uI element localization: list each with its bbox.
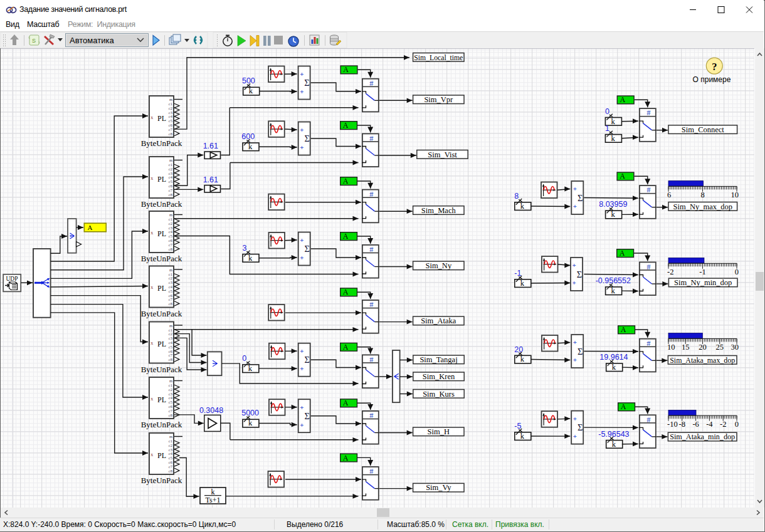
svg-text:-6: -6 <box>692 420 699 429</box>
svg-text:-2: -2 <box>667 268 673 276</box>
svg-text:20: 20 <box>699 343 707 352</box>
svg-text:Sim_Ataka: Sim_Ataka <box>421 316 456 325</box>
svg-text:Sim_Tangaj: Sim_Tangaj <box>419 355 457 364</box>
svg-text:10: 10 <box>731 190 739 199</box>
svg-text:1.61: 1.61 <box>203 175 218 184</box>
svg-text:ByteUnPack: ByteUnPack <box>141 420 182 429</box>
svg-text:-8: -8 <box>679 420 685 429</box>
svg-text:Sim_Kurs: Sim_Kurs <box>423 390 455 399</box>
svg-text:Sim_Ny_max_dop: Sim_Ny_max_dop <box>673 202 732 211</box>
svg-text:0.3048: 0.3048 <box>199 406 223 415</box>
svg-text:1: 1 <box>605 124 609 133</box>
svg-text:ByteUnPack: ByteUnPack <box>141 199 182 209</box>
svg-text:25: 25 <box>716 343 724 352</box>
svg-text:3: 3 <box>243 244 247 253</box>
svg-text:О примере: О примере <box>693 75 731 84</box>
svg-text:?: ? <box>712 61 717 73</box>
svg-text:Sim_Kren: Sim_Kren <box>423 372 455 381</box>
svg-text:Sim_Ny_min_dop: Sim_Ny_min_dop <box>674 278 732 287</box>
svg-text:1.61: 1.61 <box>203 142 218 150</box>
svg-text:-10: -10 <box>667 420 678 429</box>
svg-text:8.03959: 8.03959 <box>599 200 627 209</box>
svg-text:8: 8 <box>514 192 519 201</box>
svg-text:Sim_Vpr: Sim_Vpr <box>424 95 453 104</box>
svg-text:-5.96543: -5.96543 <box>598 430 629 439</box>
svg-text:Sim_Ataka_max_dop: Sim_Ataka_max_dop <box>670 356 735 365</box>
svg-text:8: 8 <box>700 190 704 199</box>
svg-text:-4: -4 <box>706 420 713 429</box>
svg-text:Sim_Vist: Sim_Vist <box>428 150 457 159</box>
svg-text:30: 30 <box>731 343 739 352</box>
svg-text:600: 600 <box>241 132 255 141</box>
svg-text:0: 0 <box>735 268 739 276</box>
svg-text:UDP: UDP <box>6 276 18 282</box>
svg-text:Ts+1: Ts+1 <box>206 496 221 504</box>
svg-text:6: 6 <box>667 190 671 199</box>
svg-text:Sim_Connect: Sim_Connect <box>682 125 725 134</box>
svg-text:Sim_Ataka_min_dop: Sim_Ataka_min_dop <box>670 432 735 441</box>
svg-text:0: 0 <box>242 354 246 363</box>
svg-text:ByteUnPack: ByteUnPack <box>141 254 182 263</box>
svg-text:A: A <box>88 224 93 231</box>
svg-text:-1: -1 <box>699 268 705 276</box>
svg-text:-0.956552: -0.956552 <box>596 276 631 285</box>
svg-text:5000: 5000 <box>241 409 259 417</box>
svg-text:ByteUnPack: ByteUnPack <box>141 309 182 318</box>
svg-text:-1: -1 <box>514 269 521 278</box>
svg-text:ByteUnPack: ByteUnPack <box>141 476 182 485</box>
svg-text:19.9614: 19.9614 <box>599 353 628 362</box>
svg-text:ByteUnPack: ByteUnPack <box>141 138 182 148</box>
svg-text:500: 500 <box>242 76 255 85</box>
svg-text:Sim_Mach: Sim_Mach <box>421 206 456 215</box>
svg-text:0: 0 <box>605 107 609 116</box>
svg-text:20: 20 <box>514 345 523 354</box>
svg-text:10: 10 <box>667 343 675 352</box>
svg-text:0: 0 <box>735 420 739 429</box>
svg-text:ByteUnPack: ByteUnPack <box>141 365 182 374</box>
svg-text:15: 15 <box>682 343 690 352</box>
svg-text:Sim_H: Sim_H <box>428 427 450 436</box>
svg-text:Sim_Vy: Sim_Vy <box>426 483 451 492</box>
svg-text:-5: -5 <box>514 422 521 430</box>
svg-text:Sim_Local_time: Sim_Local_time <box>414 53 463 62</box>
svg-text:Sim_Ny: Sim_Ny <box>425 261 451 270</box>
svg-text:-2: -2 <box>720 420 726 429</box>
